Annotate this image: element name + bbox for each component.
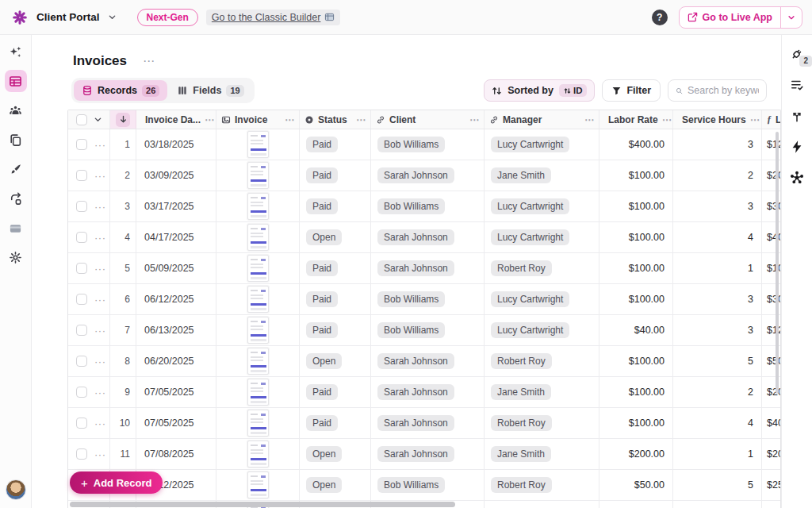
row-checkbox[interactable]: [76, 170, 87, 181]
invoice-thumbnail[interactable]: [247, 441, 269, 468]
header-chevron-down-icon[interactable]: [94, 115, 102, 124]
sidebar-item-theme-brush[interactable]: [5, 158, 27, 180]
row-menu-icon[interactable]: ···: [94, 139, 106, 151]
cell-invoice-date[interactable]: 06/13/2025: [136, 315, 216, 345]
app-switcher-chevron-icon[interactable]: [108, 13, 117, 21]
row-menu-icon[interactable]: ···: [94, 201, 106, 213]
column-header-client[interactable]: Client ⋯: [371, 110, 485, 129]
column-menu-icon[interactable]: ⋯: [205, 114, 214, 125]
cell-service-hours[interactable]: 3: [673, 191, 762, 221]
column-menu-icon[interactable]: ⋯: [285, 114, 294, 125]
table-row[interactable]: ··· 10 07/05/2025 Paid Sarah Johnson Rob…: [68, 408, 780, 439]
column-menu-icon[interactable]: ⋯: [356, 114, 366, 125]
cell-invoice-file[interactable]: [216, 191, 300, 221]
client-badge[interactable]: Sarah Johnson: [377, 260, 454, 276]
client-badge[interactable]: Bob Williams: [377, 322, 445, 338]
cell-labor-rate[interactable]: $40.00: [599, 315, 673, 345]
cell-invoice-file[interactable]: [216, 253, 300, 283]
manager-badge[interactable]: Robert Roy: [491, 260, 552, 276]
cell-service-hours[interactable]: 3: [673, 284, 762, 314]
automations-icon[interactable]: [787, 137, 806, 156]
column-header-formula[interactable]: ƒ L: [762, 110, 781, 129]
cell-invoice-date[interactable]: 06/20/2025: [136, 346, 216, 376]
sorted-by-button[interactable]: Sorted by ID: [484, 79, 595, 102]
client-badge[interactable]: Bob Williams: [377, 291, 445, 307]
cell-labor-rate[interactable]: $100.00: [599, 160, 673, 190]
cell-labor-rate[interactable]: $400.00: [599, 129, 673, 160]
integrations-hub-icon[interactable]: [787, 168, 806, 187]
cell-labor-rate[interactable]: $100.00: [599, 346, 673, 376]
row-checkbox[interactable]: [76, 139, 87, 150]
cell-labor-rate[interactable]: $100.00: [599, 222, 673, 252]
manager-badge[interactable]: Lucy Cartwright: [491, 322, 569, 338]
cell-invoice-file[interactable]: [216, 346, 300, 376]
table-row[interactable]: ··· 12 07/12/2025 Open Bob Williams Robe…: [68, 470, 780, 501]
cell-invoice-date[interactable]: 03/17/2025: [136, 191, 216, 221]
manager-badge[interactable]: Lucy Cartwright: [491, 291, 569, 307]
column-header-invoice-date[interactable]: Invoice Da... ⋯: [136, 110, 216, 129]
table-row[interactable]: ··· 11 07/08/2025 Open Sarah Johnson Jan…: [68, 439, 780, 470]
cell-invoice-date[interactable]: 03/09/2025: [136, 160, 216, 190]
status-badge[interactable]: Open: [306, 229, 342, 245]
client-badge[interactable]: Bob Williams: [377, 137, 445, 152]
client-badge[interactable]: Sarah Johnson: [377, 384, 454, 400]
row-menu-icon[interactable]: ···: [94, 325, 106, 337]
table-row[interactable]: ··· 1 03/18/2025 Paid Bob Williams Lucy …: [68, 129, 780, 160]
table-row[interactable]: ··· 7 06/13/2025 Paid Bob Williams Lucy …: [68, 315, 780, 346]
invoice-thumbnail[interactable]: [247, 286, 269, 313]
sorted-column-header[interactable]: [110, 110, 136, 129]
manager-badge[interactable]: Lucy Cartwright: [491, 229, 569, 245]
cell-invoice-file[interactable]: [216, 160, 300, 190]
row-checkbox[interactable]: [76, 418, 87, 429]
invoice-thumbnail[interactable]: [247, 348, 269, 375]
row-checkbox[interactable]: [76, 325, 87, 336]
row-checkbox[interactable]: [76, 201, 87, 212]
table-row[interactable]: ··· 9 07/05/2025 Paid Sarah Johnson Jane…: [68, 377, 780, 408]
table-row[interactable]: ··· 2 03/09/2025 Paid Sarah Johnson Jane…: [68, 160, 780, 191]
live-app-dropdown-chevron-icon[interactable]: [780, 7, 802, 28]
invoice-thumbnail[interactable]: [247, 224, 269, 251]
invoice-thumbnail[interactable]: [247, 131, 269, 158]
status-badge[interactable]: Paid: [306, 322, 338, 338]
client-badge[interactable]: Sarah Johnson: [377, 415, 454, 431]
column-header-service-hours[interactable]: Service Hours ⋯: [673, 110, 762, 129]
row-checkbox[interactable]: [76, 387, 87, 398]
column-menu-icon[interactable]: ⋯: [750, 114, 760, 125]
manager-badge[interactable]: Jane Smith: [491, 446, 551, 462]
row-menu-icon[interactable]: ···: [94, 387, 106, 398]
client-badge[interactable]: Sarah Johnson: [377, 353, 454, 369]
column-menu-icon[interactable]: ⋯: [469, 114, 479, 125]
manager-badge[interactable]: Jane Smith: [491, 384, 551, 400]
cell-invoice-file[interactable]: [216, 315, 300, 345]
status-badge[interactable]: Paid: [306, 137, 338, 152]
cell-service-hours[interactable]: 2: [673, 377, 762, 407]
branch-icon[interactable]: [787, 106, 806, 125]
cell-labor-rate[interactable]: $100.00: [599, 408, 673, 438]
table-row[interactable]: ··· 8 06/20/2025 Open Sarah Johnson Robe…: [68, 346, 780, 377]
cell-invoice-date[interactable]: 03/18/2025: [136, 129, 216, 160]
status-badge[interactable]: Paid: [306, 384, 338, 400]
column-menu-icon[interactable]: ⋯: [584, 114, 594, 125]
sidebar-item-tables[interactable]: [5, 70, 27, 92]
column-menu-icon[interactable]: ⋯: [662, 114, 672, 125]
search-input[interactable]: [688, 85, 759, 96]
cell-invoice-file[interactable]: [216, 408, 300, 438]
column-header-manager[interactable]: Manager ⋯: [485, 110, 599, 129]
row-menu-icon[interactable]: ···: [94, 448, 106, 460]
cell-service-hours[interactable]: 4: [673, 408, 762, 438]
user-avatar[interactable]: [6, 479, 26, 500]
cell-labor-rate[interactable]: $200.00: [599, 439, 673, 469]
table-row[interactable]: ··· 6 06/12/2025 Paid Bob Williams Lucy …: [68, 284, 780, 315]
page-menu-icon[interactable]: ⋯: [143, 54, 155, 68]
row-checkbox[interactable]: [76, 356, 87, 367]
manager-badge[interactable]: Robert Roy: [491, 477, 552, 493]
cell-invoice-date[interactable]: 05/09/2025: [136, 253, 216, 283]
cell-invoice-file[interactable]: [216, 284, 300, 314]
cell-service-hours[interactable]: 1: [673, 253, 762, 283]
select-all-checkbox[interactable]: [76, 114, 87, 125]
go-to-live-app-button[interactable]: Go to Live App: [679, 6, 802, 29]
vertical-scrollbar[interactable]: [776, 132, 779, 394]
invoice-thumbnail[interactable]: [247, 193, 269, 220]
tab-records[interactable]: Records 26: [74, 80, 167, 101]
cell-service-hours[interactable]: 5: [673, 470, 762, 500]
